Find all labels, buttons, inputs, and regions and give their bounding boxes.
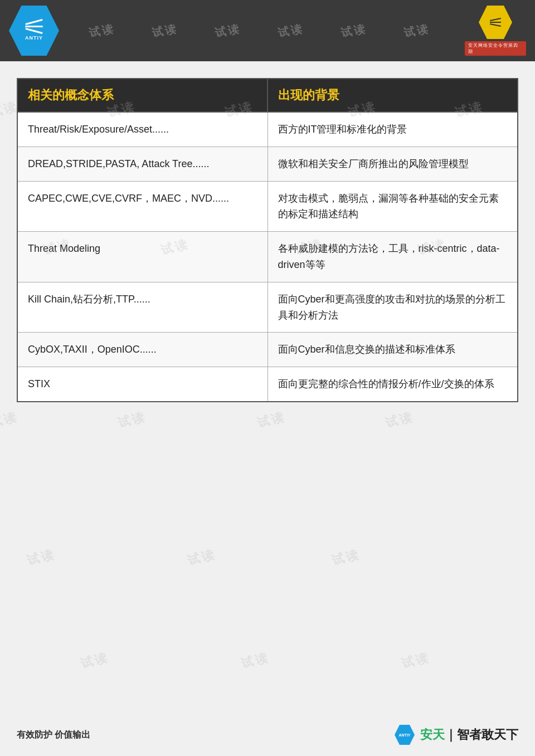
table-cell-col1-5: CybOX,TAXII，OpenIOC......	[17, 333, 268, 367]
footer-logo: ANTIY 安天｜智者敢天下	[395, 725, 518, 745]
main-content: 相关的概念体系 出现的背景 Threat/Risk/Exposure/Asset…	[17, 78, 518, 402]
wm-16: 试读	[330, 546, 362, 569]
logo-line-3	[25, 27, 43, 33]
wm-12: 试读	[255, 408, 288, 431]
footer-tagline: 有效防护 价值输出	[17, 729, 90, 741]
col1-header: 相关的概念体系	[17, 79, 268, 112]
wm-15: 试读	[186, 546, 218, 569]
logo-lines	[25, 21, 43, 32]
table-row: STIX面向更完整的综合性的情报分析/作业/交换的体系	[17, 367, 518, 402]
footer-brand-name: 安天｜智者敢天下	[420, 726, 518, 743]
wm-13: 试读	[383, 408, 416, 431]
table-cell-col1-6: STIX	[17, 367, 268, 402]
footer-brand-sub: 智者敢天下	[457, 728, 518, 742]
header-watermarks: 试读 试读 试读 试读 试读 试读	[59, 23, 459, 38]
table-cell-col2-4: 面向Cyber和更高强度的攻击和对抗的场景的分析工具和分析方法	[268, 282, 518, 333]
wm-14: 试读	[25, 546, 57, 569]
col2-header: 出现的背景	[268, 79, 518, 112]
table-cell-col1-3: Threat Modeling	[17, 232, 268, 282]
header: ANTIY 试读 试读 试读 试读 试读 试读 安天网络安全令营第四期	[0, 0, 535, 61]
footer: 有效防护 价值输出 ANTIY 安天｜智者敢天下	[0, 725, 535, 745]
table-cell-col1-0: Threat/Risk/Exposure/Asset......	[17, 112, 268, 147]
header-logo-area: 安天网络安全令营第四期	[465, 14, 526, 47]
wm-11: 试读	[116, 408, 148, 431]
table-row: Kill Chain,钻石分析,TTP......面向Cyber和更高强度的攻击…	[17, 282, 518, 333]
table-cell-col2-3: 各种威胁建模的方法论，工具，risk-centric，data-driven等等	[268, 232, 518, 282]
antiy-badge: 安天网络安全令营第四期	[465, 41, 526, 56]
header-wm-4: 试读	[277, 21, 305, 41]
header-wm-5: 试读	[340, 21, 368, 41]
concept-table: 相关的概念体系 出现的背景 Threat/Risk/Exposure/Asset…	[17, 78, 518, 402]
table-row: CybOX,TAXII，OpenIOC......面向Cyber和信息交换的描述…	[17, 333, 518, 367]
header-wm-1: 试读	[88, 21, 116, 41]
logo-text: ANTIY	[25, 35, 43, 41]
table-row: Threat/Risk/Exposure/Asset......西方的IT管理和…	[17, 112, 518, 147]
table-cell-col1-4: Kill Chain,钻石分析,TTP......	[17, 282, 268, 333]
table-cell-col2-0: 西方的IT管理和标准化的背景	[268, 112, 518, 147]
footer-hex-logo: ANTIY	[395, 725, 415, 745]
footer-brand-green: 安天	[420, 728, 445, 742]
logo-line-2	[25, 26, 43, 27]
logo: ANTIY	[9, 6, 59, 56]
header-right: 安天网络安全令营第四期	[459, 14, 526, 47]
table-cell-col2-5: 面向Cyber和信息交换的描述和标准体系	[268, 333, 518, 367]
wm-19: 试读	[400, 649, 432, 672]
table-row: DREAD,STRIDE,PASTA, Attack Tree......微软和…	[17, 147, 518, 181]
table-cell-col2-2: 对攻击模式，脆弱点，漏洞等各种基础的安全元素的标定和描述结构	[268, 181, 518, 232]
table-cell-col2-6: 面向更完整的综合性的情报分析/作业/交换的体系	[268, 367, 518, 402]
table-row: Threat Modeling各种威胁建模的方法论，工具，risk-centri…	[17, 232, 518, 282]
header-wm-2: 试读	[151, 21, 179, 41]
logo-line-1	[25, 18, 43, 25]
wm-18: 试读	[239, 649, 271, 672]
footer-logo-container: ANTIY 安天｜智者敢天下	[395, 725, 518, 745]
table-cell-col1-2: CAPEC,CWE,CVE,CVRF，MAEC，NVD......	[17, 181, 268, 232]
footer-logo-inner-text: ANTIY	[399, 733, 411, 737]
wm-10: 试读	[0, 408, 20, 431]
header-wm-3: 试读	[214, 21, 242, 41]
header-wm-6: 试读	[403, 21, 431, 41]
table-cell-col2-1: 微软和相关安全厂商所推出的风险管理模型	[268, 147, 518, 181]
wm-17: 试读	[79, 649, 111, 672]
table-cell-col1-1: DREAD,STRIDE,PASTA, Attack Tree......	[17, 147, 268, 181]
table-row: CAPEC,CWE,CVE,CVRF，MAEC，NVD......对攻击模式，脆…	[17, 181, 518, 232]
